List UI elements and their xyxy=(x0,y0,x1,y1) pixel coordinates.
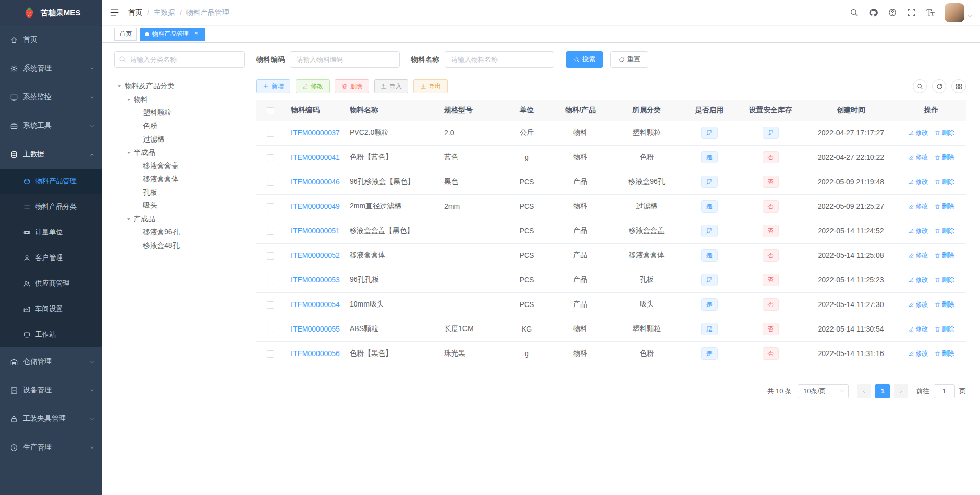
sidebar-item-system-management[interactable]: 系统管理 xyxy=(0,54,102,83)
user-menu-caret-icon[interactable] xyxy=(967,13,973,19)
sidebar-item-system-monitor[interactable]: 系统监控 xyxy=(0,83,102,111)
page-size-select[interactable]: 10条/页 xyxy=(798,384,849,398)
tree-node[interactable]: 过滤棉 xyxy=(114,133,245,146)
sidebar-item-workstation[interactable]: 工作站 xyxy=(0,322,102,347)
edit-button[interactable]: 修改 xyxy=(296,79,330,93)
tree-node[interactable]: 移液盒48孔 xyxy=(114,239,245,252)
row-checkbox[interactable] xyxy=(267,301,274,309)
edit-row-link[interactable]: 修改 xyxy=(909,129,928,137)
edit-row-link[interactable]: 修改 xyxy=(909,227,928,235)
hamburger-icon[interactable] xyxy=(102,0,127,25)
edit-row-link[interactable]: 修改 xyxy=(909,300,928,309)
github-icon[interactable] xyxy=(864,0,883,26)
material-code-link[interactable]: ITEM00000053 xyxy=(291,276,340,284)
edit-row-link[interactable]: 修改 xyxy=(909,276,928,285)
prev-page-button[interactable] xyxy=(857,384,871,398)
delete-row-link[interactable]: 删除 xyxy=(935,202,954,211)
delete-row-link[interactable]: 删除 xyxy=(935,300,954,309)
row-checkbox[interactable] xyxy=(267,203,274,210)
next-page-button[interactable] xyxy=(894,384,908,398)
delete-row-link[interactable]: 删除 xyxy=(935,276,954,285)
tree-node[interactable]: 吸头 xyxy=(114,199,245,213)
row-checkbox[interactable] xyxy=(267,154,274,161)
row-checkbox[interactable] xyxy=(267,179,274,186)
edit-row-link[interactable]: 修改 xyxy=(909,202,928,211)
delete-row-link[interactable]: 删除 xyxy=(935,153,954,162)
tree-node[interactable]: 半成品 xyxy=(114,146,245,159)
row-checkbox[interactable] xyxy=(267,350,274,358)
material-code-link[interactable]: ITEM00000056 xyxy=(291,349,340,358)
tree-node[interactable]: 物料 xyxy=(114,93,245,106)
delete-row-link[interactable]: 删除 xyxy=(935,349,954,358)
sidebar-item-system-tools[interactable]: 系统工具 xyxy=(0,111,102,140)
sidebar-item-fixture-management[interactable]: 工装夹具管理 xyxy=(0,405,102,433)
app-logo[interactable]: 苦糖果MES xyxy=(0,0,102,26)
help-icon[interactable] xyxy=(883,0,902,26)
goto-page-input[interactable] xyxy=(934,384,955,398)
material-code-link[interactable]: ITEM00000049 xyxy=(291,202,340,210)
select-all-checkbox[interactable] xyxy=(267,107,274,114)
material-code-link[interactable]: ITEM00000041 xyxy=(291,153,340,161)
search-icon[interactable] xyxy=(845,0,864,26)
sidebar-item-warehouse-management[interactable]: 仓储管理 xyxy=(0,347,102,376)
user-avatar[interactable] xyxy=(945,3,964,22)
tree-node[interactable]: 孔板 xyxy=(114,186,245,199)
import-button[interactable]: 导入 xyxy=(374,79,408,93)
tab-material-product-management[interactable]: 物料产品管理× xyxy=(140,28,205,41)
tree-node[interactable]: 产成品 xyxy=(114,213,245,226)
edit-row-link[interactable]: 修改 xyxy=(909,251,928,260)
delete-row-link[interactable]: 删除 xyxy=(935,178,954,186)
sidebar-item-master-data[interactable]: 主数据 xyxy=(0,140,102,169)
sidebar-item-workshop-settings[interactable]: 车间设置 xyxy=(0,296,102,322)
row-checkbox[interactable] xyxy=(267,326,274,333)
close-icon[interactable]: × xyxy=(192,30,200,38)
delete-row-link[interactable]: 删除 xyxy=(935,227,954,235)
delete-row-link[interactable]: 删除 xyxy=(935,251,954,260)
sidebar-item-home[interactable]: 首页 xyxy=(0,26,102,54)
reset-button[interactable]: 重置 xyxy=(610,51,648,68)
add-button[interactable]: 新增 xyxy=(256,79,290,93)
sidebar-item-equipment-management[interactable]: 设备管理 xyxy=(0,376,102,405)
sidebar-item-material-product-management[interactable]: 物料产品管理 xyxy=(0,169,102,194)
category-search-input[interactable] xyxy=(114,51,245,68)
font-size-icon[interactable] xyxy=(921,0,940,26)
material-code-input[interactable] xyxy=(290,51,400,68)
edit-row-link[interactable]: 修改 xyxy=(909,153,928,162)
material-code-link[interactable]: ITEM00000055 xyxy=(291,325,340,333)
search-icon[interactable] xyxy=(913,79,927,93)
sidebar-item-material-product-category[interactable]: 物料产品分类 xyxy=(0,194,102,220)
tree-node[interactable]: 物料及产品分类 xyxy=(114,80,245,93)
row-checkbox[interactable] xyxy=(267,228,274,235)
material-code-link[interactable]: ITEM00000037 xyxy=(291,129,340,137)
edit-row-link[interactable]: 修改 xyxy=(909,325,928,334)
tree-node[interactable]: 移液盒96孔 xyxy=(114,226,245,239)
material-name-input[interactable] xyxy=(445,51,554,68)
sidebar-item-measurement-unit[interactable]: 计量单位 xyxy=(0,220,102,245)
search-button[interactable]: 搜索 xyxy=(566,51,603,68)
sidebar-item-customer-management[interactable]: 客户管理 xyxy=(0,245,102,271)
row-checkbox[interactable] xyxy=(267,277,274,284)
edit-row-link[interactable]: 修改 xyxy=(909,349,928,358)
material-code-link[interactable]: ITEM00000054 xyxy=(291,300,340,309)
material-code-link[interactable]: ITEM00000052 xyxy=(291,251,340,260)
row-checkbox[interactable] xyxy=(267,130,274,137)
delete-row-link[interactable]: 删除 xyxy=(935,325,954,334)
row-checkbox[interactable] xyxy=(267,252,274,260)
fullscreen-icon[interactable] xyxy=(902,0,921,26)
refresh-icon[interactable] xyxy=(932,79,946,93)
tree-node[interactable]: 塑料颗粒 xyxy=(114,106,245,120)
material-code-link[interactable]: ITEM00000051 xyxy=(291,227,340,235)
delete-button[interactable]: 删除 xyxy=(335,79,369,93)
sidebar-item-supplier-management[interactable]: 供应商管理 xyxy=(0,271,102,296)
edit-row-link[interactable]: 修改 xyxy=(909,178,928,186)
page-number-button[interactable]: 1 xyxy=(875,384,890,398)
columns-icon[interactable] xyxy=(951,79,966,93)
tree-node[interactable]: 移液盒盒盖 xyxy=(114,159,245,173)
tree-node[interactable]: 移液盒盒体 xyxy=(114,173,245,186)
breadcrumb-item[interactable]: 首页 xyxy=(128,8,142,17)
tab-home[interactable]: 首页 xyxy=(114,28,137,41)
tree-node[interactable]: 色粉 xyxy=(114,120,245,133)
export-button[interactable]: 导出 xyxy=(413,79,448,93)
delete-row-link[interactable]: 删除 xyxy=(935,129,954,137)
material-code-link[interactable]: ITEM00000046 xyxy=(291,178,340,186)
